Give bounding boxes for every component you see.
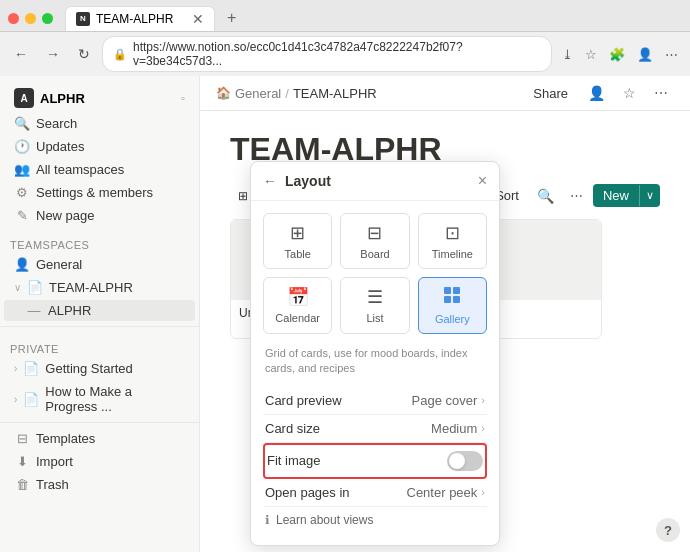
page-area: TEAM-ALPHR ⊞ ALPHR ∨ Filter Sort 🔍 ⋯ New… <box>200 111 690 552</box>
learn-views-label: Learn about views <box>276 513 373 527</box>
more-db-button[interactable]: ⋯ <box>564 185 589 206</box>
gallery-layout-label: Gallery <box>435 313 470 325</box>
address-bar-icons: ⤓ ☆ 🧩 👤 ⋯ <box>558 45 682 64</box>
window-close-dot[interactable] <box>8 13 19 24</box>
sidebar-item-search[interactable]: 🔍 Search <box>4 113 195 134</box>
star-topbar-icon[interactable]: ☆ <box>617 82 642 104</box>
workspace-name: ALPHR <box>40 91 85 106</box>
learn-views-row[interactable]: ℹ Learn about views <box>263 507 487 533</box>
table-layout-icon: ⊞ <box>290 222 305 244</box>
card-preview-row[interactable]: Card preview Page cover › <box>263 387 487 415</box>
open-pages-row[interactable]: Open pages in Center peek › <box>263 479 487 507</box>
panel-title: Layout <box>285 173 331 189</box>
new-button[interactable]: New ∨ <box>593 184 660 207</box>
new-button-arrow[interactable]: ∨ <box>639 185 660 206</box>
tab-close-icon[interactable]: ✕ <box>192 11 204 27</box>
trash-icon: 🗑 <box>14 477 30 492</box>
layout-option-gallery[interactable]: Gallery <box>418 277 487 334</box>
more-topbar-icon[interactable]: ⋯ <box>648 82 674 104</box>
sidebar-item-templates[interactable]: ⊟ Templates <box>4 428 195 449</box>
sidebar-item-trash[interactable]: 🗑 Trash <box>4 474 195 495</box>
team-alphr-chevron: ∨ <box>14 282 21 293</box>
board-layout-label: Board <box>360 248 389 260</box>
panel-back-button[interactable]: ← <box>263 173 277 189</box>
top-bar: 🏠 General / TEAM-ALPHR Share 👤 ☆ ⋯ <box>200 76 690 111</box>
user-icon[interactable]: 👤 <box>582 82 611 104</box>
getting-started-chevron: › <box>14 363 17 374</box>
sidebar-team-alphr-label: TEAM-ALPHR <box>49 280 133 295</box>
download-icon[interactable]: ⤓ <box>558 45 577 64</box>
svg-rect-3 <box>453 296 460 303</box>
sidebar-divider-2 <box>0 422 199 423</box>
back-button[interactable]: ← <box>8 43 34 65</box>
browser-tab[interactable]: N TEAM-ALPHR ✕ <box>65 6 215 31</box>
extension-icon[interactable]: 🧩 <box>605 45 629 64</box>
timeline-layout-icon: ⊡ <box>445 222 460 244</box>
sidebar: A ALPHR ◦ 🔍 Search 🕐 Updates 👥 All teams… <box>0 76 200 552</box>
table-layout-label: Table <box>285 248 311 260</box>
sidebar-item-updates[interactable]: 🕐 Updates <box>4 136 195 157</box>
sidebar-alphr-label: ALPHR <box>48 303 91 318</box>
url-bar[interactable]: 🔒 https://www.notion.so/ecc0c1d41c3c4782… <box>102 36 552 72</box>
sidebar-item-general[interactable]: 👤 General <box>4 254 195 275</box>
search-db-icon[interactable]: 🔍 <box>531 185 560 207</box>
calendar-layout-label: Calendar <box>275 312 320 324</box>
general-icon: 👤 <box>14 257 30 272</box>
layout-option-timeline[interactable]: ⊡ Timeline <box>418 213 487 269</box>
layout-panel: ← Layout × ⊞ Table ⊟ Board <box>250 161 500 546</box>
db-view-icon: ⊞ <box>238 189 248 203</box>
tab-bar: N TEAM-ALPHR ✕ + <box>0 0 690 32</box>
window-maximize-dot[interactable] <box>42 13 53 24</box>
sidebar-item-teamspaces[interactable]: 👥 All teamspaces <box>4 159 195 180</box>
forward-button[interactable]: → <box>40 43 66 65</box>
breadcrumb: 🏠 General / TEAM-ALPHR <box>216 86 377 101</box>
lock-icon: 🔒 <box>113 48 127 61</box>
sidebar-item-import[interactable]: ⬇ Import <box>4 451 195 472</box>
layout-option-board[interactable]: ⊟ Board <box>340 213 409 269</box>
import-icon: ⬇ <box>14 454 30 469</box>
fit-image-toggle[interactable] <box>447 451 483 471</box>
layout-option-table[interactable]: ⊞ Table <box>263 213 332 269</box>
new-tab-button[interactable]: + <box>219 5 244 31</box>
card-size-row[interactable]: Card size Medium › <box>263 415 487 443</box>
card-size-value: Medium › <box>431 421 485 436</box>
fit-image-row[interactable]: Fit image <box>263 443 487 479</box>
layout-option-calendar[interactable]: 📅 Calendar <box>263 277 332 334</box>
timeline-layout-label: Timeline <box>432 248 473 260</box>
star-icon[interactable]: ☆ <box>581 45 601 64</box>
sidebar-item-team-alphr[interactable]: ∨ 📄 TEAM-ALPHR <box>4 277 195 298</box>
panel-description: Grid of cards, use for mood boards, inde… <box>263 346 487 377</box>
sidebar-trash-label: Trash <box>36 477 69 492</box>
more-icon[interactable]: ⋯ <box>661 45 682 64</box>
tab-favicon: N <box>76 12 90 26</box>
panel-close-button[interactable]: × <box>478 172 487 190</box>
private-section-label: Private <box>0 331 199 357</box>
workspace-header[interactable]: A ALPHR ◦ <box>4 84 195 112</box>
layout-option-list[interactable]: ☰ List <box>340 277 409 334</box>
search-icon: 🔍 <box>14 116 30 131</box>
main-content: 🏠 General / TEAM-ALPHR Share 👤 ☆ ⋯ TEAM-… <box>200 76 690 552</box>
breadcrumb-current: TEAM-ALPHR <box>293 86 377 101</box>
profile-icon[interactable]: 👤 <box>633 45 657 64</box>
card-preview-value-text: Page cover <box>412 393 478 408</box>
card-size-label: Card size <box>265 421 320 436</box>
new-button-label[interactable]: New <box>593 184 639 207</box>
breadcrumb-separator: / <box>285 86 289 101</box>
sidebar-item-settings[interactable]: ⚙ Settings & members <box>4 182 195 203</box>
help-button[interactable]: ? <box>656 518 680 542</box>
workspace-icon: A <box>14 88 34 108</box>
window-minimize-dot[interactable] <box>25 13 36 24</box>
sidebar-item-newpage[interactable]: ✎ New page <box>4 205 195 226</box>
refresh-button[interactable]: ↻ <box>72 43 96 65</box>
workspace-chevron-icon: ◦ <box>181 92 185 104</box>
address-bar: ← → ↻ 🔒 https://www.notion.so/ecc0c1d41c… <box>0 32 690 76</box>
howto-chevron: › <box>14 394 17 405</box>
getting-started-icon: 📄 <box>23 361 39 376</box>
card-size-chevron: › <box>481 422 485 434</box>
sidebar-item-getting-started[interactable]: › 📄 Getting Started <box>4 358 195 379</box>
sidebar-item-alphr[interactable]: — ALPHR <box>4 300 195 321</box>
sidebar-item-howto[interactable]: › 📄 How to Make a Progress ... <box>4 381 195 417</box>
share-button[interactable]: Share <box>525 83 576 104</box>
sidebar-teamspaces-label: All teamspaces <box>36 162 124 177</box>
panel-header: ← Layout × <box>251 162 499 201</box>
